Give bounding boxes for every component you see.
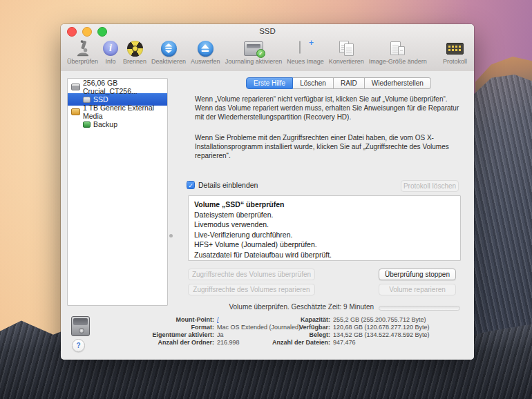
log-line: Live-Verifizierung durchführen. <box>194 230 455 240</box>
toolbar-label: Info <box>106 58 116 65</box>
log-line: Dateisystem überprüfen. <box>194 210 455 220</box>
disk-utility-window: SSD Überprüfen i Info <box>61 24 474 360</box>
tab-bar: Erste Hilfe Löschen RAID Wiederherstelle… <box>246 77 431 89</box>
unmount-icon <box>161 39 177 57</box>
first-aid-paragraph-2: Wenn Sie Probleme mit den Zugriffsrechte… <box>195 133 462 160</box>
stop-verification-button[interactable]: Überprüfung stoppen <box>379 269 456 280</box>
enable-journaling-icon: ✓ <box>244 39 263 57</box>
toolbar-label: Protokoll <box>443 58 467 65</box>
clear-log-button[interactable]: Protokoll löschen <box>401 180 459 192</box>
log-line: Livemodus verwenden. <box>194 220 455 230</box>
info-label: Kapazität: <box>227 316 330 323</box>
toolbar-label: Brennen <box>123 58 146 65</box>
info-value: Ja <box>217 331 224 338</box>
microscope-icon <box>76 39 90 57</box>
log-line: Volume „SSD“ überprüfen <box>194 200 455 210</box>
log-line: Zusatzdatei für Dateiaufbau wird überprü… <box>194 250 455 260</box>
show-details-label: Details einblenden <box>198 181 258 189</box>
progress-bar <box>379 306 460 311</box>
tab-erste-hilfe[interactable]: Erste Hilfe <box>246 77 293 89</box>
verification-log[interactable]: Volume „SSD“ überprüfen Dateisystem über… <box>188 195 461 261</box>
toolbar-label: Auswerfen <box>191 58 220 65</box>
backup-volume-icon <box>83 121 91 128</box>
burn-icon <box>127 39 143 57</box>
resize-image-icon <box>390 39 406 57</box>
volume-icon <box>83 97 91 103</box>
info-row-capacity: Kapazität: 255,2 GB (255.200.755.712 Byt… <box>227 315 430 323</box>
toolbar-label: Überprüfen <box>67 58 98 65</box>
info-row-file-count: Anzahl der Dateien: 947.476 <box>227 338 430 346</box>
info-icon: i <box>103 39 118 57</box>
convert-icon <box>338 39 354 57</box>
info-label: Anzahl der Ordner: <box>88 339 214 346</box>
tab-raid[interactable]: RAID <box>334 77 365 89</box>
info-value: 134,52 GB (134.522.478.592 Byte) <box>333 331 430 338</box>
toolbar-label: Image-Größe ändern <box>369 58 427 65</box>
new-image-icon: + <box>299 39 312 57</box>
info-label: Belegt: <box>227 331 330 338</box>
info-label: Verfügbar: <box>227 324 330 331</box>
volume-info-right: Kapazität: 255,2 GB (255.200.755.712 Byt… <box>227 315 430 346</box>
resize-image-toolbar-button[interactable]: Image-Größe ändern <box>369 39 427 65</box>
sidebar-item-label: SSD <box>93 95 108 104</box>
tab-loeschen[interactable]: Löschen <box>293 77 334 89</box>
tab-wiederherstellen[interactable]: Wiederherstellen <box>365 77 431 89</box>
eject-icon <box>198 39 213 57</box>
info-label: Anzahl der Dateien: <box>227 339 330 346</box>
internal-disk-icon <box>71 84 80 90</box>
info-label: Mount-Point: <box>88 316 214 323</box>
show-details-row: ✓ Details einblenden <box>187 181 258 189</box>
unmount-toolbar-button[interactable]: Deaktivieren <box>151 39 186 65</box>
info-value: 947.476 <box>333 339 356 346</box>
selected-volume-icon <box>71 316 90 336</box>
info-toolbar-button[interactable]: i Info <box>103 39 118 65</box>
verify-permissions-button[interactable]: Zugriffsrechte des Volumes überprüfen <box>188 269 315 280</box>
sidebar-item-label: Backup <box>93 120 117 128</box>
info-row-available: Verfügbar: 120,68 GB (120.678.277.120 By… <box>227 323 430 331</box>
toolbar-label: Deaktivieren <box>151 58 186 65</box>
info-label: Eigentümer aktiviert: <box>88 331 214 338</box>
info-row-used: Belegt: 134,52 GB (134.522.478.592 Byte) <box>227 331 430 338</box>
toolbar-label: Journaling aktivieren <box>225 58 283 65</box>
toolbar-label: Konvertieren <box>329 58 364 65</box>
eject-toolbar-button[interactable]: Auswerfen <box>191 39 220 65</box>
sidebar-item-internal-disk[interactable]: 256,06 GB Crucial_CT256... <box>68 81 167 93</box>
sidebar-item-label: 256,06 GB Crucial_CT256... <box>83 79 167 95</box>
info-value: 255,2 GB (255.200.755.712 Byte) <box>333 316 426 323</box>
main-content: 256,06 GB Crucial_CT256... SSD 1 TB Gene… <box>61 71 474 360</box>
external-disk-icon <box>71 108 80 115</box>
log-toolbar-button[interactable]: Protokoll <box>443 39 467 65</box>
info-value: 120,68 GB (120.678.277.120 Byte) <box>333 324 430 331</box>
first-aid-paragraph-1: Wenn „Volume reparieren“ nicht verfügbar… <box>195 95 462 121</box>
burn-toolbar-button[interactable]: Brennen <box>123 39 146 65</box>
enable-journaling-toolbar-button[interactable]: ✓ Journaling aktivieren <box>225 39 283 65</box>
toolbar: Überprüfen i Info Brennen <box>61 39 474 70</box>
mount-point-link[interactable]: / <box>217 316 219 323</box>
info-label: Format: <box>88 324 214 331</box>
sidebar-item-external-disk[interactable]: 1 TB Generic External Media <box>68 106 167 118</box>
device-sidebar: 256,06 GB Crucial_CT256... SSD 1 TB Gene… <box>67 78 168 306</box>
repair-permissions-button[interactable]: Zugriffsrechte des Volumes reparieren <box>188 284 315 295</box>
convert-toolbar-button[interactable]: Konvertieren <box>329 39 364 65</box>
status-text: Volume überprüfen. Geschätzte Zeit: 9 Mi… <box>164 303 374 311</box>
log-line: HFS+ Volume (Journaled) überprüfen. <box>194 240 455 250</box>
window-chrome: SSD Überprüfen i Info <box>61 24 474 72</box>
pane-splitter-handle[interactable] <box>169 234 173 237</box>
new-image-toolbar-button[interactable]: + Neues Image <box>287 39 324 65</box>
help-button[interactable]: ? <box>72 339 85 352</box>
verify-toolbar-button[interactable]: Überprüfen <box>67 39 98 65</box>
window-title: SSD <box>61 27 474 35</box>
repair-volume-button[interactable]: Volume reparieren <box>379 284 456 295</box>
show-details-checkbox[interactable]: ✓ <box>187 181 195 189</box>
sidebar-item-label: 1 TB Generic External Media <box>83 104 167 120</box>
log-icon <box>446 39 464 57</box>
toolbar-label: Neues Image <box>287 58 324 65</box>
